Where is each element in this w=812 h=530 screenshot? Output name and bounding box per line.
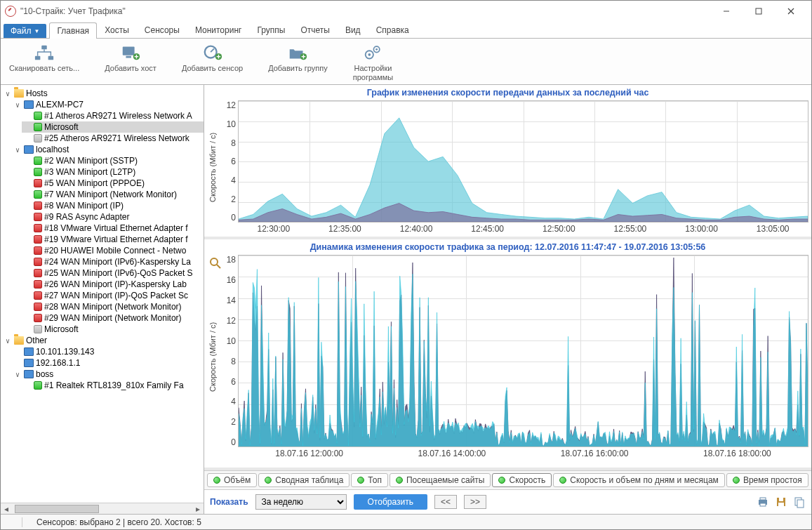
chart-period: Динамика изменения скорости трафика за п… [204,239,811,470]
prev-button[interactable]: << [434,495,457,509]
ribbon-tabs: Файл▼ Главная Хосты Сенсоры Мониторинг Г… [1,22,811,39]
tree-root-hosts[interactable]: ∨Hosts [2,88,204,99]
report-tab[interactable]: Время простоя [726,473,808,487]
add-group-icon [285,43,310,62]
dot-icon [357,477,364,484]
minimize-button[interactable] [710,1,743,22]
y-ticks: 121086420 [218,100,238,223]
tree-sensor[interactable]: #5 WAN Miniport (PPPOE) [22,178,204,189]
tree-sensor[interactable]: #3 WAN Miniport (L2TP) [22,166,204,178]
tree-hscrollbar[interactable]: ◂ ▸ [1,503,204,514]
dot-icon [498,477,505,484]
report-tab[interactable]: Топ [351,473,388,487]
tree-sensor[interactable]: #29 WAN Miniport (Network Monitor) [22,312,204,324]
collapse-icon[interactable]: ∨ [13,145,22,154]
collapse-icon[interactable]: ∨ [13,100,22,109]
svg-rect-25 [779,498,783,501]
report-tab[interactable]: Скорость [492,473,552,487]
close-button[interactable] [775,1,807,22]
tree-sensor[interactable]: #9 RAS Async Adapter [22,211,204,223]
titlebar: "10-Страйк: Учет Трафика" [1,1,811,22]
tree-sensor[interactable]: Microsoft [22,121,204,133]
tree-sensor[interactable]: Microsoft [22,324,204,335]
tree-pane: ∨Hosts ∨ALEXM-PC7 #1 Atheros AR9271 Wire… [1,85,204,514]
tree-sensor[interactable]: #26 WAN Miniport (IP)-Kaspersky Lab [22,279,204,290]
tree-sensor[interactable]: #25 WAN Miniport (IPv6)-QoS Packet S [22,267,204,279]
file-menu-button[interactable]: Файл▼ [4,24,46,38]
sensor-status-icon [34,269,42,277]
sensor-status-icon [34,258,42,266]
collapse-icon[interactable]: ∨ [4,336,12,345]
dot-icon [733,477,740,484]
settings-button[interactable]: Настройкипрограммы [350,41,396,83]
x-ticks: 12:30:0012:35:0012:40:0012:45:0012:50:00… [218,223,808,234]
svg-rect-22 [760,498,766,500]
tree-host-localhost[interactable]: ∨localhost [12,144,204,155]
add-group-button[interactable]: Добавить группу [265,41,331,83]
scroll-thumb[interactable] [15,505,99,513]
next-button[interactable]: >> [464,495,486,509]
tab-view[interactable]: Вид [338,22,368,38]
tree-host[interactable]: 10.101.139.143 [12,346,204,357]
collapse-icon[interactable]: ∨ [13,370,22,378]
tree-sensor[interactable]: #27 WAN Miniport (IP)-QoS Packet Sc [22,290,204,301]
chart-plot-area[interactable] [238,255,808,447]
toolbar: Сканировать сеть... Добавить хост Добави… [1,39,811,85]
maximize-button[interactable] [743,1,775,22]
tree-sensor[interactable]: #18 VMware Virtual Ethernet Adapter f [22,223,204,234]
copy-icon[interactable] [793,496,806,508]
sensor-status-icon [34,168,42,176]
add-sensor-icon [200,43,225,62]
footer-controls: Показать За неделю Отобразить << >> [204,489,811,514]
tree-host-alexm[interactable]: ∨ALEXM-PC7 [12,99,204,110]
collapse-icon[interactable]: ∨ [4,89,12,98]
pc-icon [24,145,34,154]
sensor-status-icon [34,201,42,210]
tree-sensor[interactable]: #1 Atheros AR9271 Wireless Network A [22,110,204,121]
add-sensor-button[interactable]: Добавить сенсор [179,41,246,83]
tab-monitoring[interactable]: Мониторинг [187,22,250,38]
tab-reports[interactable]: Отчеты [293,22,337,38]
tab-sensors[interactable]: Сенсоры [137,22,187,38]
tab-groups[interactable]: Группы [249,22,293,38]
print-icon[interactable] [757,496,769,508]
svg-marker-17 [239,118,808,222]
host-tree[interactable]: ∨Hosts ∨ALEXM-PC7 #1 Atheros AR9271 Wire… [1,85,204,503]
report-tabs: ОбъёмСводная таблицаТопПосещаемые сайтыС… [204,470,811,489]
scroll-right-icon[interactable]: ▸ [192,504,204,514]
sensor-status-icon [34,190,42,199]
report-tab[interactable]: Объём [207,473,257,487]
chart-plot-area[interactable] [238,100,808,223]
scroll-left-icon[interactable]: ◂ [1,504,12,514]
period-select[interactable]: За неделю [255,494,347,510]
report-tab[interactable]: Скорость и объем по дням и месяцам [553,473,725,487]
chart-title: График изменения скорости передачи данны… [207,86,808,100]
tab-help[interactable]: Справка [368,22,417,38]
tree-sensor[interactable]: #8 WAN Miniport (IP) [22,200,204,211]
tree-root-other[interactable]: ∨Other [2,335,204,346]
tree-sensor[interactable]: #19 VMware Virtual Ethernet Adapter f [22,234,204,245]
scan-network-button[interactable]: Сканировать сеть... [6,41,82,83]
tree-sensor[interactable]: #1 Realtek RTL8139_810x Family Fa [22,380,204,391]
tree-sensor[interactable]: #2 WAN Miniport (SSTP) [22,155,204,166]
svg-rect-28 [797,500,804,508]
report-tab[interactable]: Сводная таблица [258,473,350,487]
save-icon[interactable] [775,496,787,508]
gear-icon [360,43,385,62]
tree-sensor[interactable]: #28 WAN Miniport (Network Monitor) [22,301,204,312]
tree-host-boss[interactable]: ∨boss [12,369,204,380]
tab-main[interactable]: Главная [49,22,97,39]
tree-sensor[interactable]: #24 WAN Miniport (IPv6)-Kaspersky La [22,256,204,267]
dot-icon [559,477,566,484]
tree-host[interactable]: 192.168.1.1 [12,357,204,369]
report-tab[interactable]: Посещаемые сайты [390,473,491,487]
add-host-icon [118,43,143,62]
tree-sensor[interactable]: #7 WAN Miniport (Network Monitor) [22,189,204,200]
tree-sensor[interactable]: #20 HUAWEI Mobile Connect - Netwo [22,245,204,256]
add-host-button[interactable]: Добавить хост [102,41,159,83]
display-button[interactable]: Отобразить [354,494,427,510]
tab-hosts[interactable]: Хосты [97,22,137,38]
tree-sensor[interactable]: #25 Atheros AR9271 Wireless Network [22,133,204,144]
svg-rect-7 [123,47,135,55]
caret-down-icon: ▼ [34,28,40,34]
